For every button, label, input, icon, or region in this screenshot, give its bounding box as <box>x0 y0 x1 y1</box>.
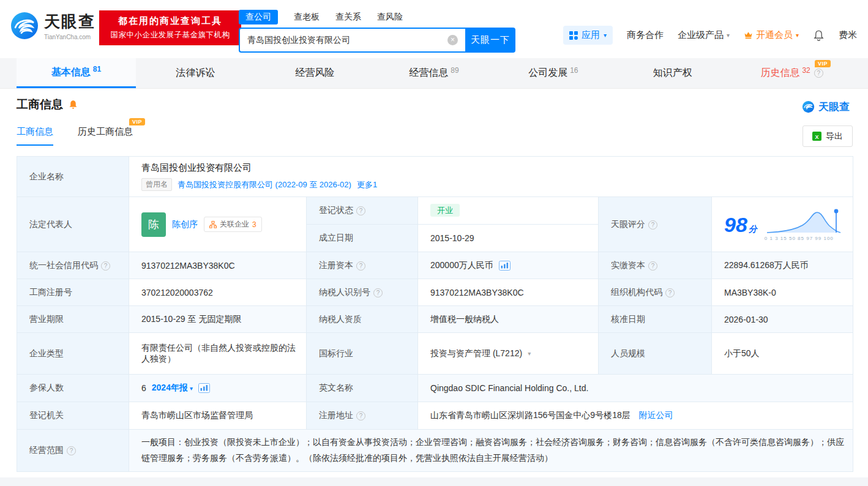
score-axis-labels: 0 1 3 15 50 85 97 99 100 <box>765 236 843 241</box>
tab-count: 81 <box>93 65 101 73</box>
chevron-down-icon: ▾ <box>604 32 607 39</box>
search-tab-boss[interactable]: 查老板 <box>294 12 320 23</box>
row-company-type: 企业类型 有限责任公司（非自然人投资或控股的法人独资） 国标行业 投资与资产管理… <box>17 333 853 375</box>
credit-code-label: 统一社会信用代码? <box>17 252 129 279</box>
tianyancha-logo[interactable]: 天眼查 TianYanCha.com <box>10 11 95 40</box>
reg-capital-value: 200000万人民币 <box>430 260 493 271</box>
svg-text:X: X <box>815 134 818 140</box>
clear-icon[interactable]: × <box>447 35 458 45</box>
established-value: 2015-10-29 <box>418 225 599 252</box>
org-chart-icon <box>209 221 217 228</box>
reg-capital-label: 注册资本? <box>307 252 418 279</box>
search-button[interactable]: 天眼一下 <box>465 28 515 53</box>
industry-cell: 投资与资产管理 (L7212) ▾ <box>418 333 599 375</box>
tab-history-info[interactable]: VIP 历史信息 32 ? <box>732 58 851 88</box>
tab-operational-risk[interactable]: 经营风险 <box>255 58 375 88</box>
tab-count: 16 <box>570 66 578 75</box>
subtab-history-business-info[interactable]: VIP 历史工商信息 <box>78 126 133 144</box>
export-button[interactable]: X 导出 <box>803 125 853 147</box>
export-label: 导出 <box>826 131 843 142</box>
nav-enterprise[interactable]: 企业级产品 ▾ <box>678 29 730 41</box>
score-cell: 98分 0 1 3 15 50 85 97 99 100 <box>712 197 853 252</box>
banner-line2: 国家中小企业发展子基金旗下机构 <box>111 30 230 40</box>
row-company-name: 企业名称 青岛国投创业投资有限公司 曾用名 青岛国投投资控股有限公司 (2022… <box>17 157 853 197</box>
help-icon[interactable]: ? <box>648 220 657 230</box>
row-legal-rep-status: 法定代表人 陈 陈创序 关联企业 3 <box>17 197 853 225</box>
legal-rep-link[interactable]: 陈创序 <box>172 219 198 230</box>
watermark-text: 天眼查 <box>818 100 850 114</box>
nav-open-membership[interactable]: 开通会员 ▾ <box>744 29 799 41</box>
staff-size-value: 小于50人 <box>712 333 853 375</box>
grid-icon <box>569 31 578 40</box>
tab-label: 经营信息 <box>409 67 448 80</box>
nearby-companies-link[interactable]: 附近公司 <box>639 410 673 420</box>
tianyancha-logo-icon <box>10 11 39 40</box>
insured-trend-icon[interactable] <box>198 383 210 393</box>
bell-icon[interactable] <box>813 29 825 42</box>
help-icon[interactable]: ? <box>101 261 110 271</box>
tab-business-info[interactable]: 经营信息 89 <box>375 58 494 88</box>
bell-curve-icon <box>765 208 843 235</box>
apps-menu[interactable]: 应用 ▾ <box>563 26 613 45</box>
tab-company-development[interactable]: 公司发展 16 <box>493 58 613 88</box>
user-name[interactable]: 费米 <box>839 29 857 41</box>
row-business-scope: 经营范围? 一般项目：创业投资（限投资未上市企业）；以自有资金从事投资活动；企业… <box>17 430 853 472</box>
help-icon[interactable]: ? <box>814 69 823 78</box>
row-business-term: 营业期限 2015-10-29 至 无固定期限 纳税人资质 增值税一般纳税人 核… <box>17 306 853 333</box>
former-name-link[interactable]: 青岛国投投资控股有限公司 (2022-09 至 2026-02) <box>178 179 351 190</box>
search-tab-risk[interactable]: 查风险 <box>377 12 403 23</box>
related-company-badge[interactable]: 关联企业 3 <box>204 217 262 232</box>
related-label: 关联企业 <box>220 219 249 230</box>
notification-bell-icon[interactable] <box>68 99 78 110</box>
search-input[interactable] <box>239 28 465 53</box>
company-name-label: 企业名称 <box>17 157 129 197</box>
subtab-business-info[interactable]: 工商信息 <box>17 126 53 146</box>
legal-rep-avatar[interactable]: 陈 <box>141 212 166 237</box>
search-tab-company[interactable]: 查公司 <box>239 10 278 24</box>
tianyan-score: 98分 0 1 3 15 50 85 97 99 100 <box>724 208 845 241</box>
tab-intellectual-property[interactable]: 知识产权 <box>613 58 732 88</box>
label-text: 实缴资本 <box>611 260 645 270</box>
row-insured: 参保人数 6 2024年报 ▾ 英文名称 Qingd <box>17 375 853 402</box>
industry-label: 国标行业 <box>307 333 418 375</box>
subtab-label: 历史工商信息 <box>78 126 133 136</box>
tab-label: 基本信息 <box>51 66 91 79</box>
promo-banner: 都在用的商业查询工具 国家中小企业发展子基金旗下机构 <box>99 10 241 45</box>
score-value: 98 <box>724 213 747 236</box>
capital-change-icon[interactable] <box>499 261 511 271</box>
annual-report-link[interactable]: 2024年报 ▾ <box>152 383 193 394</box>
reg-status-cell: 开业 <box>418 197 599 225</box>
top-header: 天眼查 TianYanCha.com 都在用的商业查询工具 国家中小企业发展子基… <box>0 0 868 58</box>
tab-label: 经营风险 <box>295 67 334 80</box>
label-text: 纳税人识别号 <box>319 287 370 297</box>
help-icon[interactable]: ? <box>67 446 76 455</box>
tab-basic-info[interactable]: 基本信息 81 <box>17 58 136 88</box>
apps-label: 应用 <box>582 29 600 41</box>
chevron-down-icon[interactable]: ▾ <box>528 350 531 357</box>
tax-id-label: 纳税人识别号? <box>307 279 418 306</box>
tab-legal-litigation[interactable]: 法律诉讼 <box>136 58 255 88</box>
logo-domain: TianYanCha.com <box>44 34 95 40</box>
help-icon[interactable]: ? <box>373 288 383 297</box>
insured-label: 参保人数 <box>17 375 129 402</box>
help-icon[interactable]: ? <box>356 206 365 215</box>
chevron-down-icon: ▾ <box>190 385 193 392</box>
label-text: 注册地址 <box>319 410 353 420</box>
en-name-value: Qingdao SDIC Financial Holding Co., Ltd. <box>418 375 853 402</box>
watermark-brand: 天眼查 <box>802 100 850 114</box>
help-icon[interactable]: ? <box>665 288 675 297</box>
term-label: 营业期限 <box>17 306 129 333</box>
established-label: 成立日期 <box>307 225 418 252</box>
search-tab-relation[interactable]: 查关系 <box>335 12 361 23</box>
section-title: 工商信息 <box>17 97 63 113</box>
help-icon[interactable]: ? <box>356 411 365 421</box>
nav-cooperation[interactable]: 商务合作 <box>627 29 664 41</box>
tab-count: 32 <box>802 66 810 75</box>
help-icon[interactable]: ? <box>356 261 365 271</box>
more-link[interactable]: 更多1 <box>357 179 377 190</box>
related-count: 3 <box>252 220 256 229</box>
search-box: × 天眼一下 <box>239 28 515 53</box>
legal-rep-label: 法定代表人 <box>17 197 129 252</box>
help-icon[interactable]: ? <box>648 261 657 271</box>
company-type-value: 有限责任公司（非自然人投资或控股的法人独资） <box>129 333 307 375</box>
